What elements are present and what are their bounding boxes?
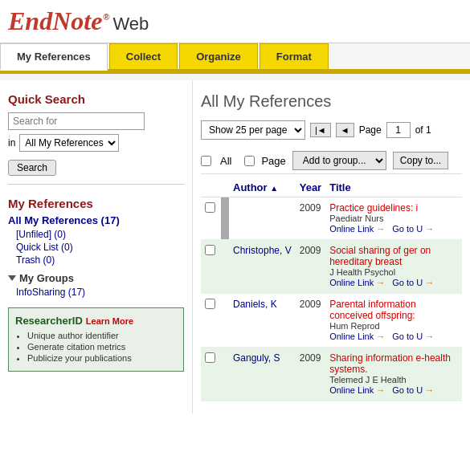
copy-to-button[interactable]: Copy to... (393, 152, 448, 169)
content-area: All My References Show 25 per page |◄ ◄ … (193, 80, 470, 413)
first-page-btn[interactable]: |◄ (310, 123, 331, 137)
col-checkbox (201, 178, 221, 197)
ref-source: Paediatr Nurs (329, 214, 458, 223)
quick-list-group[interactable]: Quick List (0) (16, 242, 184, 253)
online-link[interactable]: Online Link (329, 385, 374, 395)
table-header-row: Author ▲ Year Title (201, 178, 462, 197)
row-checkbox-cell (201, 294, 221, 348)
col-title: Title (325, 178, 462, 197)
prev-page-btn[interactable]: ◄ (336, 123, 354, 137)
ref-links: Online Link→ Go to U→ (329, 278, 434, 287)
tab-format[interactable]: Format (260, 43, 329, 69)
select-page-checkbox[interactable] (244, 156, 255, 166)
all-my-refs-link[interactable]: All My References (17) (8, 214, 184, 226)
ref-title[interactable]: Parental information conceived offspring… (329, 299, 415, 321)
page-label: Page (359, 124, 382, 136)
researcher-id-bullets: Unique author identifier Generate citati… (27, 331, 177, 363)
ref-author[interactable]: Daniels, K (229, 294, 296, 348)
header: EndNote® Web (0, 0, 470, 43)
ref-source: Telemed J E Health (329, 375, 458, 384)
search-in-row: in All My References (8, 134, 184, 152)
go-to-link[interactable]: Go to U (392, 278, 423, 287)
ref-title[interactable]: Practice guidelines: i (329, 202, 418, 214)
ref-title-cell: Social sharing of ger on hereditary brea… (325, 240, 462, 294)
ref-title-cell: Practice guidelines: i Paediatr Nurs Onl… (325, 197, 462, 240)
ref-links: Online Link→ Go to U→ (329, 332, 434, 341)
arrow-link2: → (425, 224, 434, 234)
sidebar-divider (8, 184, 184, 185)
logo-text: EndNote® (8, 6, 109, 36)
row-checkbox[interactable] (205, 299, 215, 309)
logo-area: EndNote® Web (8, 6, 149, 36)
tab-organize[interactable]: Organize (179, 43, 258, 69)
online-link[interactable]: Online Link (329, 332, 374, 341)
unfiled-group[interactable]: [Unfiled] (0) (16, 229, 184, 240)
select-all-checkbox[interactable] (201, 156, 211, 166)
page-label: Page (261, 155, 285, 167)
ref-title[interactable]: Sharing information e-health systems. (329, 352, 451, 375)
search-input[interactable] (8, 112, 145, 130)
author-sort-icon: ▲ (270, 184, 278, 193)
table-row: Christophe, V 2009 Social sharing of ger… (201, 240, 462, 294)
sidebar: Quick Search in All My References Search… (0, 80, 193, 413)
ref-author[interactable]: Christophe, V (229, 240, 296, 294)
search-scope-select[interactable]: All My References (19, 134, 119, 152)
ref-title-cell: Parental information conceived offspring… (325, 294, 462, 348)
row-checkbox-cell (201, 197, 221, 240)
bullet-3: Publicize your publications (27, 353, 177, 363)
online-link[interactable]: Online Link (329, 278, 374, 287)
row-checkbox-cell (201, 348, 221, 401)
go-to-link[interactable]: Go to U (392, 385, 423, 395)
ref-links: Online Link→ Go to U→ (329, 385, 434, 395)
arrow-icon: → (376, 385, 385, 395)
ref-author[interactable]: Ganguly, S (229, 348, 296, 401)
my-groups-title: My Groups (8, 272, 184, 284)
ref-year: 2009 (296, 294, 325, 348)
my-references-title: My References (8, 197, 184, 210)
researcher-id-logo: ResearcherID (15, 315, 83, 327)
tab-my-references[interactable]: My References (0, 43, 108, 71)
ref-source: J Health Psychol (329, 267, 458, 277)
add-to-group-select[interactable]: Add to group... (292, 151, 386, 170)
ref-title-cell: Sharing information e-health systems. Te… (325, 348, 462, 401)
ref-year: 2009 (296, 197, 325, 240)
go-to-link[interactable]: Go to U (392, 224, 423, 234)
ref-year: 2009 (296, 348, 325, 401)
infosharing-group[interactable]: InfoSharing (17) (16, 287, 184, 298)
ref-author[interactable] (229, 197, 296, 240)
pagination-bar: Show 25 per page |◄ ◄ Page of 1 (201, 120, 462, 140)
logo-web: Web (112, 14, 149, 35)
table-row: 2009 Practice guidelines: i Paediatr Nur… (201, 197, 462, 240)
table-controls: All Page Add to group... Copy to... (201, 148, 462, 174)
col-year: Year (296, 178, 325, 197)
online-link[interactable]: Online Link (329, 224, 374, 234)
tab-collect[interactable]: Collect (109, 43, 178, 69)
researcher-id-title: ResearcherID Learn More (15, 315, 177, 327)
trash-group[interactable]: Trash (0) (16, 254, 184, 266)
row-marker (221, 348, 229, 401)
table-row: Daniels, K 2009 Parental information con… (201, 294, 462, 348)
row-checkbox[interactable] (205, 202, 215, 213)
bullet-1: Unique author identifier (27, 331, 177, 340)
row-checkbox[interactable] (205, 352, 215, 363)
search-button[interactable]: Search (8, 160, 56, 176)
groups-triangle-icon (8, 275, 16, 281)
col-author[interactable]: Author ▲ (229, 178, 296, 197)
arrow-icon2: → (425, 385, 434, 395)
col-marker (221, 178, 229, 197)
main-layout: Quick Search in All My References Search… (0, 80, 470, 413)
ref-title[interactable]: Social sharing of ger on hereditary brea… (329, 245, 431, 267)
row-marker (221, 294, 229, 348)
search-in-label: in (8, 137, 15, 148)
page-input[interactable] (386, 122, 411, 138)
page-title: All My References (201, 92, 462, 111)
row-marker (221, 197, 229, 240)
learn-more-link[interactable]: Learn More (86, 316, 133, 326)
per-page-select[interactable]: Show 25 per page (201, 120, 305, 140)
quick-search-title: Quick Search (8, 92, 184, 106)
go-to-link[interactable]: Go to U (392, 332, 423, 341)
arrow-icon: → (376, 278, 385, 287)
ref-source: Hum Reprod (329, 321, 458, 331)
arrow-link: → (376, 224, 385, 234)
row-checkbox[interactable] (205, 245, 215, 255)
